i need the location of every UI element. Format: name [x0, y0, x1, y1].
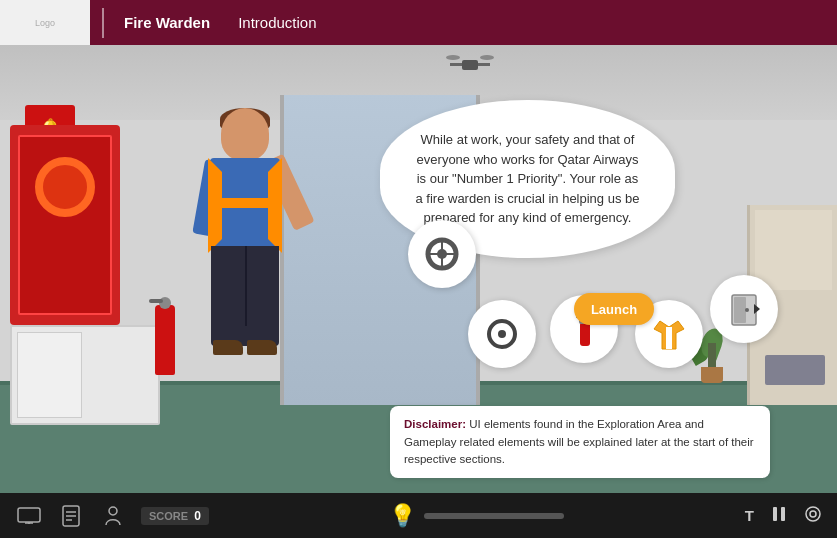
- fire-cabinet-inner: [18, 135, 112, 315]
- char-head: [221, 108, 269, 160]
- svg-marker-14: [754, 304, 760, 314]
- bulb-icon[interactable]: 💡: [389, 503, 416, 529]
- header-logo: Logo: [0, 0, 90, 45]
- svg-rect-24: [781, 507, 785, 521]
- pause-button[interactable]: [770, 505, 788, 526]
- hose-reel-circle: [468, 300, 536, 368]
- screen-icon[interactable]: [15, 505, 43, 527]
- fire-cabinet: [10, 125, 120, 325]
- score-display: SCORE 0: [141, 507, 209, 525]
- progress-bar: [424, 513, 564, 519]
- score-value: 0: [194, 509, 201, 523]
- svg-point-26: [810, 511, 816, 517]
- plant-pot: [701, 367, 723, 383]
- checklist-icon[interactable]: [57, 505, 85, 527]
- disclaimer-label: Disclaimer:: [404, 418, 466, 430]
- char-shoe-right: [247, 340, 277, 355]
- footer-center-controls: 💡: [389, 503, 564, 529]
- char-pants: [211, 246, 279, 346]
- fire-cabinet-hose: [35, 157, 95, 217]
- svg-rect-12: [734, 297, 746, 323]
- svg-rect-15: [18, 508, 40, 522]
- drone-rotor-right: [480, 55, 494, 60]
- footer-toolbar: SCORE 0 💡 T: [0, 493, 837, 538]
- svg-rect-23: [773, 507, 777, 521]
- disclaimer-box: Disclaimer: UI elements found in the Exp…: [390, 406, 770, 478]
- lower-cabinet: [10, 325, 160, 425]
- launch-button[interactable]: Launch: [574, 293, 654, 325]
- right-shelf-top: [755, 210, 832, 290]
- text-button[interactable]: T: [745, 507, 754, 524]
- header-divider: [102, 8, 104, 38]
- svg-point-22: [109, 507, 117, 515]
- char-leg-split: [245, 246, 247, 326]
- header: Logo Fire Warden Introduction: [0, 0, 837, 45]
- svg-point-5: [498, 330, 506, 338]
- drone: [450, 55, 490, 75]
- lower-cabinet-door: [17, 332, 82, 418]
- drone-body: [462, 60, 478, 70]
- header-section-name: Introduction: [238, 14, 316, 31]
- extinguisher-nozzle: [149, 299, 163, 303]
- footer-right-controls: T: [745, 505, 822, 526]
- svg-point-13: [745, 308, 749, 312]
- exit-door-circle: [710, 275, 778, 343]
- footer-left-controls: SCORE 0: [15, 505, 209, 527]
- score-label: SCORE: [149, 510, 188, 522]
- audio-button[interactable]: [804, 505, 822, 526]
- svg-point-25: [806, 507, 820, 521]
- right-shelf-item: [765, 355, 825, 385]
- person-icon[interactable]: [99, 505, 127, 527]
- svg-rect-6: [580, 322, 590, 346]
- drone-rotor-left: [446, 55, 460, 60]
- extinguisher-top: [159, 297, 171, 309]
- char-vest-stripe: [208, 198, 282, 208]
- header-course-name: Fire Warden: [116, 10, 218, 35]
- fire-hose-reel-circle: [408, 220, 476, 288]
- main-scene: 🔔 🚶 🔥: [0, 45, 837, 493]
- character-fire-warden: [185, 108, 305, 388]
- extinguisher: [155, 305, 175, 375]
- char-shoe-left: [213, 340, 243, 355]
- info-bubble-text: While at work, your safety and that of e…: [415, 132, 639, 225]
